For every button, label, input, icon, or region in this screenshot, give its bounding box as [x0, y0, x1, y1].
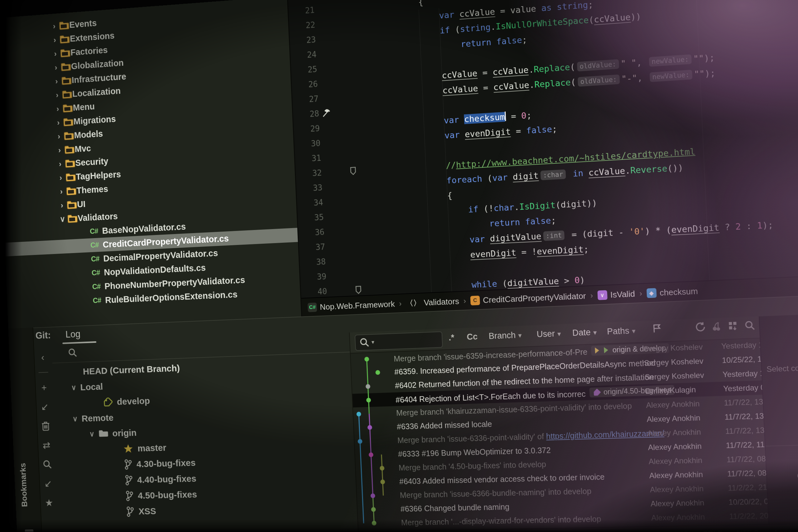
- commit-link[interactable]: https://github.com/khairuzzaman/: [546, 429, 664, 441]
- add-icon[interactable]: +: [35, 378, 53, 397]
- code-token: = (digit -: [566, 227, 629, 240]
- tree-item-label: UI: [77, 199, 86, 209]
- zoom-icon[interactable]: [744, 320, 756, 334]
- match-case-toggle[interactable]: Cc: [467, 332, 478, 342]
- code-token: ccValue: [442, 68, 478, 81]
- code-token: (: [589, 15, 594, 25]
- go-to-hash-icon[interactable]: [652, 323, 662, 336]
- chevron-right-icon: ›: [55, 145, 64, 155]
- breadcrumb-item[interactable]: ◆checksum: [646, 286, 698, 298]
- status-value[interactable]: 28:25: [669, 530, 689, 532]
- collapse-icon[interactable]: ‹: [34, 347, 52, 367]
- filter-date[interactable]: Date: [572, 327, 597, 338]
- commit-date: 11/7/22, 08:04: [726, 454, 769, 464]
- branch-group-origin[interactable]: ∨origin: [89, 428, 137, 439]
- breadcrumb-item[interactable]: 〈〉Validators: [405, 297, 459, 308]
- breadcrumb-item[interactable]: CCreditCardPropertyValidator: [470, 291, 586, 305]
- filter-branch[interactable]: Branch: [489, 330, 522, 341]
- folder-icon: [60, 62, 71, 71]
- arrow-down-left-icon[interactable]: ↙: [40, 474, 57, 493]
- tab-log[interactable]: Log: [65, 328, 80, 340]
- code-token: ;: [526, 110, 532, 120]
- gutter-pin-icon[interactable]: [349, 167, 357, 175]
- branch-item-4.50-bug-fixes[interactable]: 4.50-bug-fixes: [125, 489, 197, 501]
- status-value[interactable]: 4 spaces: [773, 528, 798, 532]
- breadcrumb-separator: ›: [399, 299, 402, 308]
- status-value[interactable]: UTF-8: [737, 529, 759, 532]
- code-token: Reverse: [630, 163, 667, 175]
- gutter-pin-icon[interactable]: [355, 285, 362, 294]
- compare-icon[interactable]: ⇄: [38, 435, 55, 455]
- sidebar-item-bookmarks[interactable]: Bookmarks: [18, 463, 29, 507]
- chevron-right-icon: ›: [53, 117, 63, 128]
- code-token: :char: [540, 170, 566, 180]
- commit-date: 11/7/22, 13:02: [725, 425, 770, 436]
- branch-group-remote[interactable]: ∨Remote: [72, 413, 113, 424]
- chevron-right-icon: ›: [52, 76, 61, 86]
- folder-icon: [61, 76, 72, 86]
- breadcrumb-separator: ›: [463, 297, 466, 305]
- log-search-field[interactable]: ▾: [355, 331, 443, 351]
- code-token: var: [444, 129, 465, 140]
- commit-message: #6403 Added missed vendor access check t…: [399, 472, 605, 486]
- star-icon[interactable]: ★: [40, 493, 58, 513]
- refresh-icon[interactable]: [695, 322, 706, 335]
- branch-group-origin-icon: [98, 430, 109, 438]
- branch-label: 4.40-bug-fixes: [137, 473, 196, 485]
- code-token: newValue:: [650, 70, 692, 82]
- document-icon: [25, 530, 34, 532]
- photo-stage: ›Controllers›Events›Extensions›Factories…: [0, 0, 798, 532]
- gutter-hammer-icon[interactable]: [322, 108, 332, 118]
- branch-head[interactable]: HEAD (Current Branch): [82, 363, 180, 377]
- branch-item-XSS[interactable]: XSS: [126, 506, 156, 517]
- code-editor[interactable]: ? ext methods ? exposing APIsoverride bo…: [288, 0, 798, 298]
- git-panel-label: Git:: [35, 330, 51, 341]
- tree-item-label: BaseNopValidator.cs: [102, 222, 186, 236]
- code-token: as: [541, 2, 552, 13]
- tree-item-label: Infrastructure: [71, 71, 126, 85]
- code-token: if: [468, 204, 478, 214]
- code-token: digit: [512, 170, 539, 182]
- breadcrumb-item[interactable]: ∨IsValid: [597, 289, 635, 301]
- line-number: 34: [299, 195, 324, 211]
- branch-item-master[interactable]: master: [123, 442, 167, 454]
- code-token: oldValue:: [577, 75, 620, 87]
- commit-author: Alexey Anokhin: [650, 498, 726, 508]
- breadcrumb-item[interactable]: C#Nop.Web.Framework: [308, 299, 395, 312]
- regex-toggle[interactable]: .*: [449, 333, 455, 343]
- pin-icon: [355, 285, 362, 294]
- code-token: ?: [719, 222, 736, 232]
- code-token: ;: [583, 244, 589, 254]
- code-token: )): [630, 11, 641, 22]
- branch-group-local[interactable]: ∨Local: [71, 381, 103, 393]
- arrow-down-left-icon[interactable]: ↙: [36, 397, 54, 417]
- filter-user[interactable]: User: [536, 328, 561, 339]
- line-number: 37: [301, 239, 325, 255]
- class-icon: C: [470, 296, 480, 305]
- code-token: checksum: [464, 112, 505, 124]
- line-number: 39: [302, 269, 327, 285]
- status-bar-right: 28:25CRLFUTF-84 spaces: [669, 528, 798, 532]
- branch-item-4.30-bug-fixes[interactable]: 4.30-bug-fixes: [124, 457, 196, 470]
- code-token: 2: [735, 221, 741, 231]
- commit-graph: [351, 352, 399, 532]
- code-token: ;: [588, 0, 593, 10]
- git-commit-list: ▾.*CcBranchUserDatePaths Merge branch 'i…: [350, 316, 770, 532]
- search-icon[interactable]: [39, 455, 56, 474]
- view-options-icon[interactable]: [727, 320, 739, 334]
- tree-item-label: Localization: [72, 86, 121, 99]
- status-value[interactable]: CRLF: [702, 530, 723, 532]
- trash-icon[interactable]: [37, 416, 55, 436]
- code-token: if: [439, 25, 450, 35]
- code-token: return false: [489, 216, 551, 228]
- line-number: 38: [302, 254, 326, 270]
- folder-icon: [58, 1, 69, 11]
- line-number: 33: [299, 180, 323, 196]
- branch-item-develop[interactable]: develop: [103, 396, 150, 407]
- code-token: ()): [667, 163, 684, 174]
- tree-item-label: Mvc: [75, 143, 91, 154]
- branch-item-4.40-bug-fixes[interactable]: 4.40-bug-fixes: [124, 473, 196, 486]
- filter-paths[interactable]: Paths: [607, 326, 636, 337]
- tree-item-label: Events: [69, 18, 97, 30]
- cherry-pick-icon[interactable]: [711, 321, 722, 334]
